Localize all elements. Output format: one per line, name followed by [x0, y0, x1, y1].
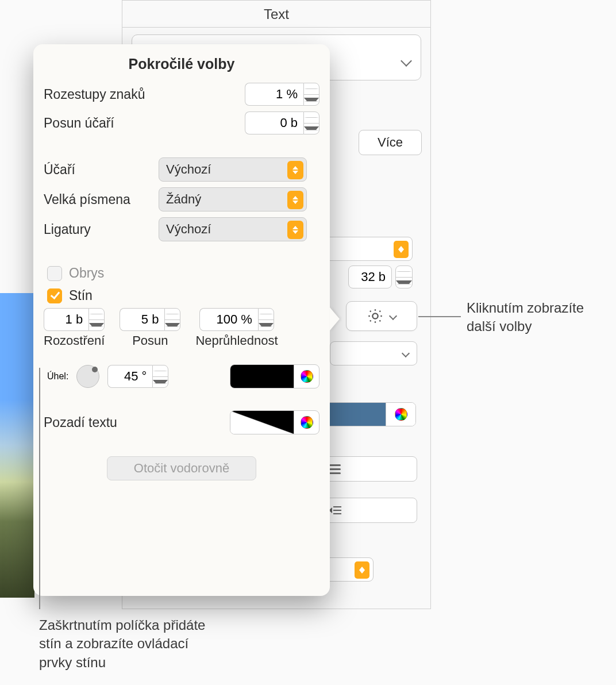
chevron-down-icon [401, 55, 412, 67]
updown-icon [355, 561, 369, 579]
callout-shadow-checkbox: Zaškrtnutím políčka přidáte stín a zobra… [39, 616, 223, 672]
more-button[interactable]: Více [359, 130, 422, 155]
shadow-blur-value[interactable]: 1 b [44, 308, 88, 331]
caps-select[interactable]: Žádný [159, 187, 307, 211]
shadow-label: Stín [69, 288, 93, 303]
color-picker-button[interactable] [294, 411, 319, 434]
char-spacing-label: Rozestupy znaků [44, 87, 245, 102]
align-justify-icon [329, 464, 341, 474]
angle-indicator [92, 367, 98, 372]
shadow-offset-stepper[interactable]: 5 b [120, 308, 180, 331]
stepper-arrows-icon[interactable] [258, 308, 274, 331]
font-style-select[interactable] [330, 341, 417, 365]
baseline-shift-value[interactable]: 0 b [245, 111, 303, 134]
ligatures-label: Ligatury [44, 222, 159, 237]
callout-leader-line [39, 368, 40, 609]
color-swatch[interactable] [230, 411, 294, 434]
color-picker-button[interactable] [294, 365, 319, 388]
angle-stepper[interactable]: 45 ° [107, 365, 168, 388]
outline-checkbox[interactable] [47, 266, 62, 281]
updown-icon [287, 161, 303, 179]
char-spacing-stepper[interactable]: 1 % [245, 83, 319, 106]
text-background-label: Pozadí textu [44, 415, 230, 430]
color-wheel-icon [301, 370, 313, 383]
color-wheel-icon [301, 416, 313, 429]
indent-icon [329, 505, 341, 515]
ligatures-value: Výchozí [166, 222, 211, 237]
gear-icon [367, 308, 383, 324]
shadow-blur-stepper[interactable]: 1 b [44, 308, 105, 331]
shadow-color-well[interactable] [230, 364, 319, 388]
shadow-blur-label: Rozostření [44, 333, 105, 348]
baseline-select[interactable]: Výchozí [159, 157, 307, 182]
callout-gear: Kliknutím zobrazíte další volby [467, 299, 613, 336]
advanced-options-popover: Pokročilé volby Rozestupy znaků 1 % Posu… [33, 44, 330, 596]
color-wheel-icon [395, 408, 407, 421]
chevron-down-icon [389, 312, 397, 320]
baseline-label: Účaří [44, 162, 159, 178]
angle-dial[interactable] [76, 365, 99, 388]
shadow-offset-value[interactable]: 5 b [120, 308, 164, 331]
outline-label: Obrys [69, 265, 104, 281]
shadow-opacity-value[interactable]: 100 % [199, 308, 258, 331]
baseline-shift-stepper[interactable]: 0 b [245, 111, 319, 134]
document-photo [0, 293, 34, 598]
color-swatch[interactable] [230, 365, 294, 388]
stepper-arrows-icon[interactable] [303, 83, 319, 106]
stepper-arrows-icon[interactable] [88, 308, 105, 331]
stepper-arrows-icon[interactable] [395, 265, 413, 288]
font-size-stepper[interactable]: 32 b [348, 265, 413, 288]
caps-label: Velká písmena [44, 192, 159, 207]
updown-icon [287, 191, 303, 209]
angle-label: Úhel: [47, 371, 68, 382]
flip-horizontal-button[interactable]: Otočit vodorovně [107, 456, 256, 480]
popover-arrow [330, 307, 340, 330]
baseline-shift-label: Posun účaří [44, 116, 245, 131]
font-size-value[interactable]: 32 b [348, 265, 392, 288]
stepper-arrows-icon[interactable] [164, 308, 180, 331]
ligatures-select[interactable]: Výchozí [159, 217, 307, 241]
panel-title: Text [122, 1, 430, 27]
updown-icon [287, 221, 303, 239]
baseline-value: Výchozí [166, 162, 211, 177]
stepper-arrows-icon[interactable] [152, 365, 168, 388]
shadow-offset-label: Posun [132, 333, 168, 348]
chevron-down-icon [402, 349, 410, 357]
shadow-checkbox[interactable] [47, 288, 62, 303]
callout-leader-line [418, 316, 461, 317]
popover-title: Pokročilé volby [44, 56, 319, 72]
shadow-opacity-label: Neprůhlednost [195, 333, 278, 348]
advanced-options-gear-button[interactable] [346, 301, 417, 331]
updown-icon [394, 241, 409, 258]
char-spacing-value[interactable]: 1 % [245, 83, 303, 106]
angle-value[interactable]: 45 ° [107, 365, 152, 388]
text-background-color-well[interactable] [230, 410, 319, 434]
stepper-arrows-icon[interactable] [303, 111, 319, 134]
caps-value: Žádný [166, 192, 201, 207]
color-picker-button[interactable] [386, 403, 415, 426]
shadow-opacity-stepper[interactable]: 100 % [199, 308, 274, 331]
